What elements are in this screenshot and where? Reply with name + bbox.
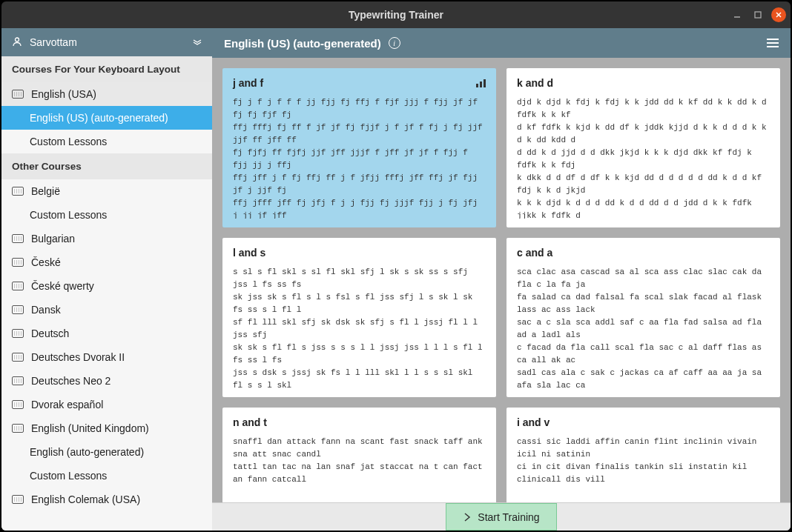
lesson-text: sca clac asa cascad sa al sca ass clac s… [517,266,770,388]
keyboard-icon [12,90,24,99]
maximize-button[interactable] [750,7,765,22]
sidebar-item[interactable]: Deutsches Dvorak II [1,345,212,369]
sidebar-item-label: English (US) (auto-generated) [30,112,168,124]
sidebar-item-label: Deutsches Dvorak II [31,351,125,363]
lesson-card[interactable]: c and asca clac asa cascad sa al sca ass… [506,238,780,397]
keyboard-icon [12,282,24,290]
lesson-text: fj j f j f f f jj fjj fj ffj f fjf jjj f… [233,96,486,219]
stats-icon [476,79,486,87]
keyboard-icon [12,187,24,196]
menu-button[interactable] [767,39,779,47]
sidebar-item[interactable]: België [1,179,212,203]
sidebar-item[interactable]: English (United Kingdom) [1,416,212,440]
profile-name: Sarvottam [30,36,185,48]
lesson-text: snaffl dan attack fann na scant fast sna… [233,436,486,486]
keyboard-icon [12,258,24,267]
start-training-button[interactable]: Start Training [446,503,556,531]
sidebar-item-label: Deutsches Neo 2 [31,375,110,387]
lesson-title: i and v [517,416,550,428]
start-button-label: Start Training [478,511,539,523]
sidebar-item-label: Custom Lessons [30,470,107,482]
main-panel: English (US) (auto-generated) i j and ff… [212,28,791,531]
lesson-text: cassi sic laddi affin canin flint inclin… [517,436,770,486]
sidebar-item[interactable]: Dansk [1,298,212,322]
main-title: English (US) (auto-generated) [224,37,381,50]
keyboard-icon [12,234,24,243]
chevron-down-icon [193,37,202,47]
keyboard-icon [12,329,24,338]
keyboard-icon [12,424,24,433]
lesson-card[interactable]: l and ss sl s fl skl s sl fl skl sfj l s… [222,238,496,397]
svg-point-1 [16,38,19,41]
chevron-right-icon [463,513,472,522]
sidebar-item-label: České qwerty [31,280,94,292]
sidebar: Sarvottam Courses For Your Keyboard Layo… [1,28,212,531]
keyboard-icon [12,353,24,362]
keyboard-icon [12,400,24,409]
lesson-title: j and f [233,77,263,89]
sidebar-item[interactable]: Custom Lessons [1,464,212,488]
sidebar-item[interactable]: České qwerty [1,274,212,298]
lesson-title: c and a [517,247,552,259]
sidebar-item-label: English Colemak (USA) [31,493,140,505]
sidebar-item[interactable]: Deutsch [1,322,212,345]
keyboard-icon [12,495,24,504]
window-title: Typewriting Trainer [9,9,783,21]
sidebar-item[interactable]: English (US) (auto-generated) [1,106,212,130]
sidebar-item-label: Deutsch [31,327,69,339]
sidebar-item[interactable]: Bulgarian [1,227,212,250]
sidebar-item[interactable]: Dvorak español [1,393,212,416]
sidebar-item-label: Custom Lessons [30,209,107,221]
user-icon [12,36,22,49]
section-header-keyboard-layout: Courses For Your Keyboard Layout [1,56,212,82]
sidebar-item-label: Custom Lessons [30,136,107,147]
keyboard-icon [12,305,24,314]
sidebar-item[interactable]: Deutsches Neo 2 [1,369,212,393]
minimize-button[interactable] [730,7,745,22]
lesson-text: s sl s fl skl s sl fl skl sfj l sk s sk … [233,266,486,388]
sidebar-item-label: Bulgarian [31,233,75,245]
sidebar-item-label: Dansk [31,304,61,316]
sidebar-item-label: Dvorak español [31,399,103,410]
svg-rect-0 [755,12,761,18]
lesson-title: l and s [233,247,265,259]
lesson-title: k and d [517,77,553,89]
main-header: English (US) (auto-generated) i [212,28,791,58]
lesson-card[interactable]: j and ffj j f j f f f jj fjj fj ffj f fj… [222,68,496,227]
profile-selector[interactable]: Sarvottam [1,28,212,56]
sidebar-item[interactable]: English Colemak (USA) [1,488,212,511]
sidebar-item[interactable]: Custom Lessons [1,203,212,227]
sidebar-item[interactable]: English (auto-generated) [1,440,212,464]
sidebar-item[interactable]: English (USA) [1,82,212,106]
sidebar-item[interactable]: České [1,250,212,274]
lesson-card[interactable]: k and ddjd k djd k fdj k fdj k k jdd dd … [506,68,780,227]
section-header-other-courses: Other Courses [1,153,212,179]
sidebar-item-label: België [31,185,60,197]
keyboard-icon [12,376,24,385]
close-button[interactable] [771,7,786,22]
titlebar: Typewriting Trainer [1,1,791,28]
lesson-text: djd k djd k fdj k fdj k k jdd dd k kf dd… [517,96,770,219]
lesson-card[interactable]: n and tsnaffl dan attack fann na scant f… [222,408,496,502]
lesson-title: n and t [233,416,267,428]
sidebar-item-label: English (USA) [31,88,96,100]
sidebar-item-label: English (United Kingdom) [31,422,149,434]
sidebar-item-label: České [31,256,61,268]
bottom-bar: Start Training [212,502,791,531]
sidebar-item[interactable]: Custom Lessons [1,130,212,153]
info-icon[interactable]: i [389,37,400,49]
lesson-scroll-area[interactable]: j and ffj j f j f f f jj fjj fj ffj f fj… [212,58,791,502]
lesson-card[interactable]: i and vcassi sic laddi affin canin flint… [506,408,780,502]
sidebar-item-label: English (auto-generated) [30,446,144,458]
